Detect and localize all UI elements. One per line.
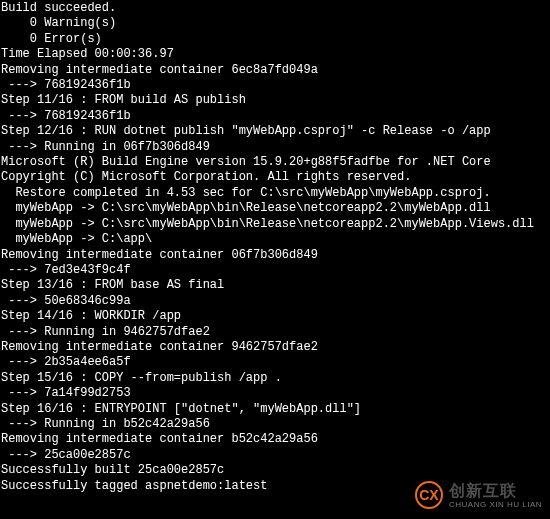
terminal-line: Copyright (C) Microsoft Corporation. All… <box>1 170 550 185</box>
terminal-line: ---> 50e68346c99a <box>1 294 550 309</box>
terminal-line: ---> 7ed3e43f9c4f <box>1 263 550 278</box>
terminal-line: ---> Running in 9462757dfae2 <box>1 325 550 340</box>
terminal-line: Restore completed in 4.53 sec for C:\src… <box>1 186 550 201</box>
terminal-line: Build succeeded. <box>1 1 550 16</box>
terminal-line: ---> 2b35a4ee6a5f <box>1 355 550 370</box>
terminal-line: ---> 768192436f1b <box>1 109 550 124</box>
terminal-line: myWebApp -> C:\src\myWebApp\bin\Release\… <box>1 201 550 216</box>
terminal-line: 0 Error(s) <box>1 32 550 47</box>
terminal-line: myWebApp -> C:\src\myWebApp\bin\Release\… <box>1 217 550 232</box>
terminal-output: Build succeeded. 0 Warning(s) 0 Error(s)… <box>0 0 550 519</box>
terminal-line: Step 14/16 : WORKDIR /app <box>1 309 550 324</box>
terminal-line: myWebApp -> C:\app\ <box>1 232 550 247</box>
terminal-line: Removing intermediate container 6ec8a7fd… <box>1 63 550 78</box>
terminal-line: ---> 768192436f1b <box>1 78 550 93</box>
terminal-line: Time Elapsed 00:00:36.97 <box>1 47 550 62</box>
terminal-line: Removing intermediate container 06f7b306… <box>1 248 550 263</box>
terminal-line: ---> Running in 06f7b306d849 <box>1 140 550 155</box>
terminal-line: Step 11/16 : FROM build AS publish <box>1 93 550 108</box>
terminal-line: Microsoft (R) Build Engine version 15.9.… <box>1 155 550 170</box>
terminal-line: Removing intermediate container 9462757d… <box>1 340 550 355</box>
terminal-line: Step 16/16 : ENTRYPOINT ["dotnet", "myWe… <box>1 402 550 417</box>
terminal-line: Step 13/16 : FROM base AS final <box>1 278 550 293</box>
terminal-line: ---> Running in b52c42a29a56 <box>1 417 550 432</box>
terminal-line: Successfully tagged aspnetdemo:latest <box>1 479 550 494</box>
terminal-line: 0 Warning(s) <box>1 16 550 31</box>
terminal-line: Successfully built 25ca00e2857c <box>1 463 550 478</box>
terminal-line: Step 15/16 : COPY --from=publish /app . <box>1 371 550 386</box>
terminal-line: ---> 7a14f99d2753 <box>1 386 550 401</box>
terminal-line: Step 12/16 : RUN dotnet publish "myWebAp… <box>1 124 550 139</box>
terminal-line: ---> 25ca00e2857c <box>1 448 550 463</box>
terminal-line: Removing intermediate container b52c42a2… <box>1 432 550 447</box>
